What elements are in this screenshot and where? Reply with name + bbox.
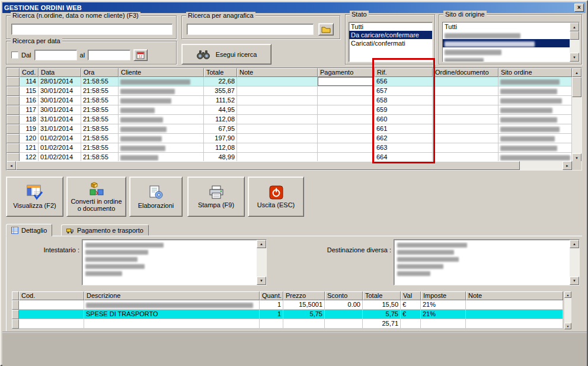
column-header-pagamento[interactable]: Pagamento (318, 68, 375, 77)
row-selector[interactable] (12, 310, 19, 319)
scrollbar-thumb[interactable] (572, 77, 581, 97)
scroll-up-icon[interactable]: ▲ (572, 68, 581, 77)
scroll-up-icon[interactable]: ▲ (570, 23, 579, 31)
cell-rif: 659 (375, 105, 433, 115)
detail-row[interactable]: SPESE DI TRASPORTO 1 5,75 5,75 € 21% (12, 310, 563, 319)
scrollbar-thumb[interactable] (570, 31, 579, 40)
sito-option-redacted[interactable] (443, 47, 570, 56)
cell-val: € (401, 300, 421, 310)
table-row[interactable]: 115 30/01/2014 21:58:55 355,87 657 (7, 86, 572, 96)
sito-scrollbar[interactable]: ▲ ▼ (570, 23, 579, 62)
detail-grid-scrollbar[interactable]: ▲ ▼ (564, 291, 571, 329)
cell-cod: 115 (20, 86, 39, 96)
intestatario-textbox[interactable]: ▲ ▼ (82, 239, 267, 285)
sito-listbox-wrap: Tutti ▲ ▼ (442, 22, 580, 62)
stato-option-caricati[interactable]: Caricati/confermati (349, 39, 432, 47)
date-from-input[interactable] (34, 50, 77, 60)
close-button[interactable]: × (574, 4, 584, 12)
column-header-data[interactable]: Data (39, 68, 81, 77)
cell-note (237, 124, 318, 134)
scrollbar-corner (572, 161, 581, 170)
scroll-up-icon[interactable]: ▲ (570, 240, 579, 248)
table-row[interactable]: 114 28/01/2014 21:58:55 22,68 656 (7, 77, 572, 86)
column-header-cod[interactable]: Cod. (20, 68, 39, 77)
column-header-imposte[interactable]: Imposte (421, 291, 466, 300)
sito-option-redacted[interactable] (443, 56, 570, 62)
converti-button[interactable]: Converti in ordine o documento (66, 176, 126, 217)
stato-option-tutti[interactable]: Tutti (349, 23, 432, 31)
tab-pagamento-trasporto[interactable]: Pagamento e trasporto (61, 224, 149, 236)
destinazione-textbox[interactable]: ▲ ▼ (394, 239, 580, 285)
sito-option-tutti[interactable]: Tutti (443, 23, 570, 31)
intestatario-scrollbar[interactable]: ▲ ▼ (257, 240, 266, 285)
column-header-descrizione[interactable]: Descrizione (84, 291, 260, 300)
scroll-down-icon[interactable]: ▼ (570, 277, 579, 285)
detail-row[interactable]: 1 15,5001 0.00 15,50 € 21% (12, 300, 563, 310)
uscita-button[interactable]: Uscita (ESC) (248, 176, 304, 217)
column-header-quant[interactable]: Quant. (260, 291, 283, 300)
search-order-input[interactable] (11, 24, 172, 35)
table-row[interactable]: 116 30/01/2014 21:58:55 111,52 658 (7, 96, 572, 105)
pagamento-editor[interactable] (318, 77, 374, 86)
column-header-rif[interactable]: Rif. (375, 68, 433, 77)
table-row[interactable]: 120 01/02/2014 21:58:55 197,90 662 (7, 134, 572, 143)
row-selector[interactable] (7, 134, 20, 143)
sito-option-redacted-selected[interactable] (443, 39, 570, 47)
scroll-up-icon[interactable]: ▲ (257, 240, 266, 248)
search-anagrafica-input[interactable] (187, 24, 314, 35)
cell-note (237, 86, 318, 96)
calendar-button[interactable]: 12 (133, 49, 148, 61)
esegui-ricerca-button[interactable]: Esegui ricerca (181, 44, 271, 65)
row-selector[interactable] (7, 77, 20, 86)
scroll-right-icon[interactable]: ► (563, 161, 572, 170)
sito-option-redacted[interactable] (443, 31, 570, 39)
scroll-down-icon[interactable]: ▼ (564, 323, 571, 329)
cell-cliente (119, 143, 204, 153)
stampa-button[interactable]: Stampa (F9) (187, 176, 245, 217)
grid-vertical-scrollbar[interactable]: ▲ ▼ (572, 68, 581, 162)
row-selector[interactable] (7, 143, 20, 153)
elaborazioni-button[interactable]: Elaborazioni (129, 176, 183, 217)
table-row[interactable]: 121 01/02/2014 21:58:55 112,08 663 (7, 143, 572, 153)
cell-empty (19, 319, 84, 329)
table-row[interactable]: 118 31/01/2014 21:58:55 112,08 660 (7, 115, 572, 124)
row-selector[interactable] (7, 105, 20, 115)
browse-anagrafica-button[interactable] (318, 23, 334, 36)
scroll-up-icon[interactable]: ▲ (564, 291, 571, 298)
cell-ordine-documento (433, 77, 498, 86)
column-header-cliente[interactable]: Cliente (119, 68, 204, 77)
cell-ora: 21:58:55 (81, 105, 119, 115)
cell-data: 30/01/2014 (39, 105, 81, 115)
window-content: Ricerca (n.ordine, data o nome cliente) … (2, 13, 587, 366)
column-header-ora[interactable]: Ora (81, 68, 119, 77)
stato-option-da-caricare[interactable]: Da caricare/confermare (349, 31, 432, 39)
date-to-input[interactable] (88, 50, 130, 60)
row-selector[interactable] (7, 115, 20, 124)
column-header-cod[interactable]: Cod. (19, 291, 84, 300)
column-header-note[interactable]: Note (466, 291, 563, 300)
column-header-totale[interactable]: Totale (363, 291, 401, 300)
column-header-prezzo[interactable]: Prezzo (283, 291, 325, 300)
row-selector[interactable] (7, 96, 20, 105)
column-header-sconto[interactable]: Sconto (325, 291, 363, 300)
tab-dettaglio[interactable]: Dettaglio (6, 224, 52, 236)
visualizza-button[interactable]: Visualizza (F2) (6, 176, 63, 217)
column-header-ordine[interactable]: Ordine/documento (433, 68, 498, 77)
cell-rif: 663 (375, 143, 433, 153)
table-row[interactable]: 119 31/01/2014 21:58:55 67,95 661 (7, 124, 572, 134)
column-header-note[interactable]: Note (237, 68, 318, 77)
scrollbar-thumb[interactable] (16, 161, 520, 170)
destinazione-scrollbar[interactable]: ▲ ▼ (570, 240, 579, 285)
row-selector[interactable] (7, 86, 20, 96)
scroll-left-icon[interactable]: ◄ (7, 161, 16, 170)
column-header-val[interactable]: Val (401, 291, 421, 300)
table-row[interactable]: 117 30/01/2014 21:58:55 44,95 659 (7, 105, 572, 115)
scroll-down-icon[interactable]: ▼ (570, 53, 579, 62)
dal-checkbox[interactable] (11, 52, 18, 59)
scroll-down-icon[interactable]: ▼ (257, 277, 266, 285)
row-selector[interactable] (7, 124, 20, 134)
column-header-totale[interactable]: Totale (204, 68, 237, 77)
grid-horizontal-scrollbar[interactable]: ◄ ► (7, 161, 572, 170)
row-selector[interactable] (12, 300, 19, 310)
column-header-sito[interactable]: Sito ordine (498, 68, 572, 77)
